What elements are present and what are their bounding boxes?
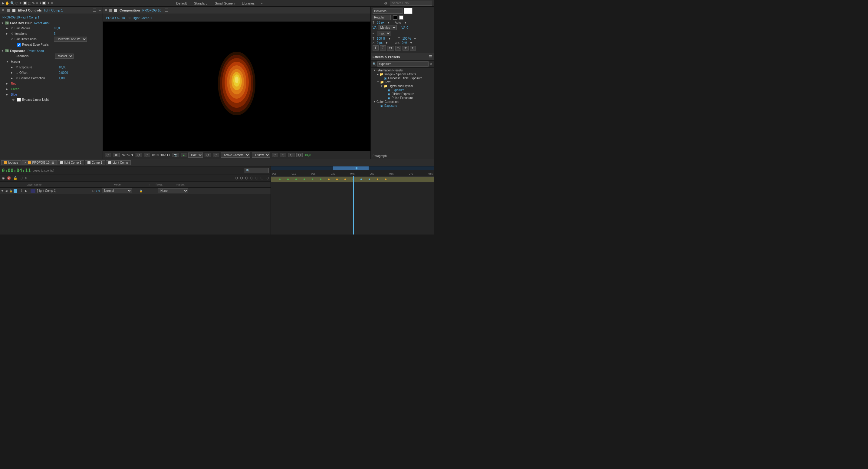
search-help-input[interactable] xyxy=(390,1,432,6)
tree-color-correction[interactable]: ▼ Color Correction xyxy=(371,100,434,104)
exposure-reset[interactable]: Reset xyxy=(28,49,35,53)
tl-search-input[interactable] xyxy=(245,168,269,173)
scale-v-value[interactable]: 100 % xyxy=(403,37,411,40)
exposure-header[interactable]: ▼ fx Exposure Reset Abou xyxy=(0,49,102,53)
tl-tab-lightcomp[interactable]: Light Comp xyxy=(105,160,131,165)
workspace-libraries-btn[interactable]: Libraries xyxy=(241,1,256,6)
exp-stopwatch[interactable]: ⏱ xyxy=(16,66,19,69)
tl-tab-footage[interactable]: footage xyxy=(1,160,21,165)
tree-text-folder[interactable]: ▼ 📁 Text xyxy=(371,80,434,84)
baseline-value[interactable]: 0 px xyxy=(377,41,382,44)
blur-dimensions-dropdown[interactable]: Horizontal and Ve xyxy=(54,37,87,42)
ts-btn-T-apos[interactable]: T' xyxy=(403,46,409,51)
comp-props-btn[interactable]: ⬡ xyxy=(205,153,211,157)
comp-menu-icon[interactable]: ☰ xyxy=(165,8,168,12)
comp-close-btn[interactable]: ✕ xyxy=(105,8,107,12)
tree-flicker-exposure[interactable]: ▣ Flicker Exposure xyxy=(371,92,434,96)
font-name-input[interactable] xyxy=(373,8,403,13)
background-swatch[interactable] xyxy=(399,15,403,20)
iterations-value[interactable]: 3 xyxy=(54,32,56,35)
workspace-standard-btn[interactable]: Standard xyxy=(193,1,209,6)
comp-tab-profog[interactable]: PROFOG 10 xyxy=(105,15,126,20)
tl-tab-lightcomp1[interactable]: light Comp 1 xyxy=(58,160,84,165)
layer-mode-dropdown[interactable]: Normal xyxy=(102,188,132,193)
fast-box-blur-reset[interactable]: Reset xyxy=(34,22,42,25)
comp-snap-btn[interactable]: ⬡ xyxy=(105,153,111,157)
fast-box-blur-about[interactable]: Abou xyxy=(43,22,50,25)
tl-ctrl-transport4[interactable]: ⬡ xyxy=(250,176,254,180)
layer-lock-btn[interactable]: 🔒 xyxy=(9,189,12,192)
tl-ctrl-num[interactable]: # xyxy=(24,177,27,180)
blur-dim-stopwatch[interactable]: ⏱ xyxy=(11,38,13,41)
layer-prop-btn[interactable]: ⬡ xyxy=(92,189,94,192)
scale-h-value[interactable]: 100 % xyxy=(377,37,385,40)
gamma-value[interactable]: 1,00 xyxy=(59,76,64,80)
tl-ctrl-transport6[interactable]: ⬡ xyxy=(260,176,264,180)
tl-ctrl-transport1[interactable]: ⬡ xyxy=(234,176,239,180)
comp-monitor-btn[interactable]: 🖥 xyxy=(113,153,120,157)
tl-ctrl-lock[interactable]: 🔒 xyxy=(13,176,18,180)
tl-ctrl-transport5[interactable]: ⬡ xyxy=(255,176,259,180)
comp-mask-btn[interactable]: ⬡ xyxy=(296,153,303,157)
tl-ctrl-mute[interactable]: 🔇 xyxy=(6,176,12,180)
tree-cc-exposure[interactable]: ▣ Exposure xyxy=(371,104,434,108)
comp-color-btn[interactable]: ● xyxy=(181,153,186,157)
gamma-stopwatch[interactable]: ⏱ xyxy=(16,76,19,80)
comp-tab-name[interactable]: PROFOG 10 xyxy=(142,8,161,12)
tree-image-special-effects[interactable]: ▶ 📁 Image – Special Effects xyxy=(371,72,434,76)
layer-parent-dropdown[interactable]: None xyxy=(158,188,188,193)
tl-ctrl-transport3[interactable]: ⬡ xyxy=(245,176,249,180)
layer-eye-btn[interactable]: 👁 xyxy=(1,189,4,192)
tl-scrub-bar[interactable] xyxy=(271,166,434,170)
tl-ctrl-transport7[interactable]: ⬡ xyxy=(265,176,269,180)
comp-camera-btn[interactable]: 📷 xyxy=(172,153,179,157)
layer-fx-btn[interactable]: / fx xyxy=(96,189,100,192)
tl-tab-comp1[interactable]: Comp 1 xyxy=(85,160,105,165)
tree-lights-optical[interactable]: ▼ 📁 Lights and Optical xyxy=(371,84,434,88)
color-swatch[interactable] xyxy=(404,8,412,14)
tl-scrub-handle[interactable] xyxy=(355,167,358,169)
layer-expand-btn[interactable]: ▶ xyxy=(25,189,30,192)
workspace-default-btn[interactable]: Default xyxy=(175,1,188,6)
comp-3d-btn[interactable]: ⬡ xyxy=(213,153,219,157)
exposure-param-value[interactable]: 10,00 xyxy=(59,66,66,69)
comp-tab-lightcomp[interactable]: light Comp 1 xyxy=(132,15,153,20)
tl-ctrl-solo[interactable]: ◉ xyxy=(1,176,5,180)
comp-timecode[interactable]: 0:00:04:11 xyxy=(152,153,170,157)
comp-grid-btn[interactable]: ⬡ xyxy=(280,153,286,157)
ts-btn-T-comma[interactable]: T, xyxy=(410,46,416,51)
tree-exposure[interactable]: ▣ Exposure xyxy=(371,88,434,92)
tl-timecode-display[interactable]: 0:00:04:11 xyxy=(2,168,31,174)
comp-views-dropdown[interactable]: 1 View xyxy=(252,153,270,158)
panel-expand-icon[interactable]: » xyxy=(99,8,101,12)
channels-dropdown[interactable]: Master xyxy=(55,54,73,59)
leading-dropdown[interactable]: - px xyxy=(377,31,391,36)
effect-controls-close[interactable]: ✕ xyxy=(2,8,4,12)
tree-pulse-exposure[interactable]: ▣ Pulse Exposure xyxy=(371,96,434,100)
tl-playhead[interactable] xyxy=(353,176,354,234)
profog-tab-close[interactable]: ✕ xyxy=(24,161,27,164)
workspace-smallscreen-btn[interactable]: Small Screen xyxy=(214,1,236,6)
foreground-swatch[interactable] xyxy=(393,15,397,20)
iterations-stopwatch[interactable]: ⏱ xyxy=(11,32,13,35)
effects-menu-icon[interactable]: ☰ xyxy=(429,55,432,59)
layer-solo-btn[interactable]: ◉ xyxy=(5,189,8,192)
profog-tab-menu[interactable]: ☰ xyxy=(52,161,54,164)
ts-btn-T2[interactable]: T xyxy=(380,45,386,51)
comp-render-btn[interactable]: ⬡ xyxy=(272,153,278,157)
settings-icon[interactable]: ⚙ xyxy=(384,1,388,5)
tl-tab-profog[interactable]: ✕ PROFOG 10 ☰ xyxy=(22,160,57,165)
va-value[interactable]: 0 xyxy=(406,26,408,29)
repeat-edge-checkbox[interactable] xyxy=(17,43,21,46)
tree-animation-presets[interactable]: ▼ * Animation Presets xyxy=(371,68,434,72)
comp-quality-dropdown[interactable]: Half xyxy=(188,153,203,158)
ts-btn-TT[interactable]: TT xyxy=(387,46,394,51)
ts-btn-Tr[interactable]: Tᵣ xyxy=(395,46,401,51)
effect-controls-tab[interactable]: light Comp 1 xyxy=(44,8,63,12)
bypass-checkbox[interactable] xyxy=(17,98,21,102)
comp-guide-btn[interactable]: ⬡ xyxy=(288,153,294,157)
tsf-value[interactable]: 0 % xyxy=(402,41,407,44)
ts-btn-T1[interactable]: T xyxy=(373,45,379,51)
comp-fit-btn[interactable]: ⬡ xyxy=(135,153,142,157)
search-clear-btn[interactable]: ✕ xyxy=(429,62,432,66)
